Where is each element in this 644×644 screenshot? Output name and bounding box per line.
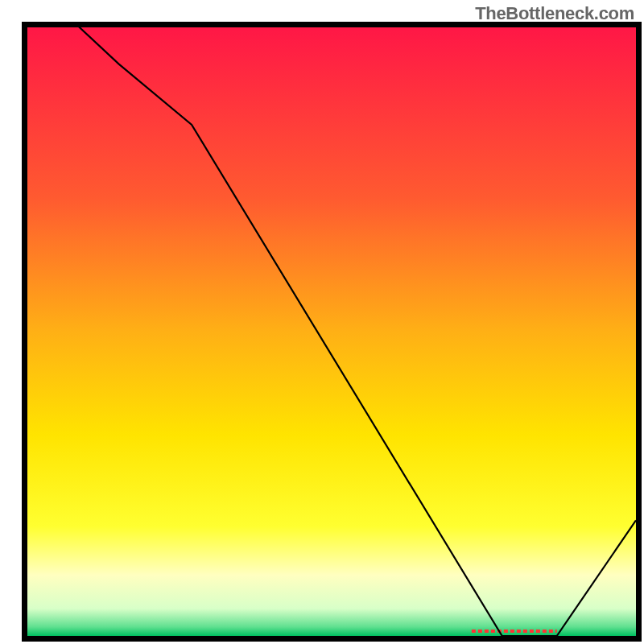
svg-rect-4 xyxy=(22,636,642,642)
attribution-text: TheBottleneck.com xyxy=(475,3,634,24)
bottleneck-chart xyxy=(0,0,644,644)
svg-rect-2 xyxy=(636,22,642,642)
svg-rect-1 xyxy=(22,22,27,642)
plot-background xyxy=(27,27,636,636)
